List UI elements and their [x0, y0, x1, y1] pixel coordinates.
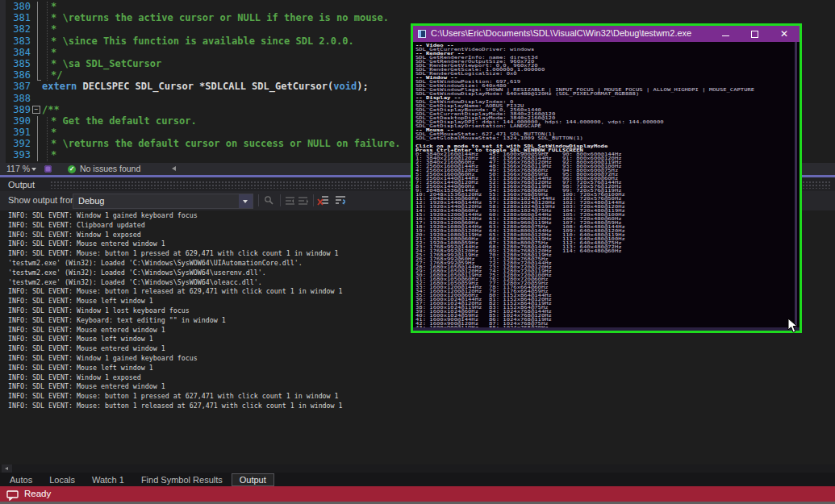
fold-extent-corner: [37, 80, 41, 81]
next-message-button[interactable]: [297, 194, 310, 207]
show-output-from-label: Show output from:: [8, 195, 80, 205]
code-text: *: [42, 47, 56, 58]
code-text: * \sa SDL_SetCursor: [42, 58, 161, 69]
chevron-down-icon: [243, 200, 248, 203]
fold-extent-line: [37, 2, 38, 80]
word-wrap-button[interactable]: [334, 194, 347, 207]
console-title-bar[interactable]: C:\Users\Eric\Documents\SDL\VisualC\Win3…: [413, 26, 800, 42]
code-text: */: [42, 69, 62, 81]
output-horizontal-scrollbar[interactable]: [0, 464, 835, 473]
status-message: Ready: [24, 489, 51, 498]
log-line: INFO: SDL EVENT: Window 1 gained keyboar…: [8, 354, 823, 364]
code-text: *: [42, 149, 56, 160]
fold-column: [31, 81, 42, 92]
fold-column: [31, 93, 42, 104]
panel-title: Output: [8, 178, 35, 191]
log-line: INFO: SDL EVENT: Mouse: button 1 release…: [8, 402, 823, 411]
line-number: 384: [0, 47, 31, 58]
log-line: INFO: SDL EVENT: Mouse left window 1: [8, 335, 823, 344]
code-text: *: [42, 1, 56, 12]
line-number: 390: [0, 115, 31, 127]
console-window[interactable]: C:\Users\Eric\Documents\SDL\VisualC\Win3…: [411, 23, 802, 333]
code-text: * \returns the active cursor or NULL if …: [42, 12, 389, 23]
line-number: 389: [0, 104, 31, 115]
console-vertical-scrollbar[interactable]: [795, 42, 797, 327]
console-text: -- Video --SDL_GetCurrentVideoDriver: wi…: [415, 44, 800, 331]
fold-collapse-icon[interactable]: −: [32, 106, 40, 114]
code-line: 381* \returns the active cursor or NULL …: [0, 12, 835, 23]
scroll-left-button[interactable]: [2, 464, 12, 473]
fold-column: [31, 58, 42, 69]
line-number: 385: [0, 58, 31, 69]
visual-studio-window: 380*381* \returns the active cursor or N…: [0, 0, 835, 504]
line-number: 392: [0, 138, 31, 149]
console-content[interactable]: -- Video --SDL_GetCurrentVideoDriver: wi…: [413, 42, 800, 331]
health-status-text[interactable]: No issues found: [80, 163, 140, 175]
output-source-dropdown[interactable]: Debug: [73, 194, 253, 209]
scroll-left-arrow-icon: [5, 467, 8, 470]
fold-column: [31, 35, 42, 47]
log-line: INFO: SDL EVENT: Mouse entered window 1: [8, 382, 823, 392]
indent-guide: [47, 117, 48, 161]
document-health-icon[interactable]: [44, 165, 52, 173]
console-bottom-strip: [413, 327, 800, 331]
line-number: 386: [0, 69, 31, 81]
word-wrap-icon: [334, 194, 347, 207]
tab-output[interactable]: Output: [232, 473, 274, 486]
check-circle-icon: ✓: [68, 165, 76, 173]
line-number: 387: [0, 81, 31, 92]
fold-column: [31, 23, 42, 35]
fold-column: [31, 149, 42, 160]
line-number: 382: [0, 23, 31, 35]
previous-message-button[interactable]: [284, 194, 297, 207]
code-text: * Get the default cursor.: [42, 115, 197, 127]
line-number: 393: [0, 149, 31, 160]
fold-column: [31, 12, 42, 23]
code-text: extern DECLSPEC SDL_Cursor *SDLCALL SDL_…: [42, 81, 369, 92]
line-number: 388: [0, 93, 31, 104]
chevron-down-icon[interactable]: [31, 168, 36, 171]
fold-column: [31, 47, 42, 58]
clear-all-button[interactable]: [317, 194, 330, 207]
next-message-icon: [297, 194, 310, 207]
mouse-cursor: [787, 318, 799, 334]
log-line: INFO: SDL EVENT: Mouse left window 1: [8, 364, 823, 373]
code-text: /**: [42, 104, 60, 115]
find-message-icon: [263, 194, 276, 207]
tab-find-symbol-results[interactable]: Find Symbol Results: [133, 473, 231, 486]
fold-extent-line: [37, 116, 38, 161]
tool-window-tab-bar: Autos Locals Watch 1 Find Symbol Results…: [0, 473, 835, 486]
clear-all-icon: [317, 194, 330, 207]
line-number: 381: [0, 12, 31, 23]
code-line: 380*: [0, 1, 835, 12]
code-text: *: [42, 127, 56, 138]
maximize-button[interactable]: [743, 26, 767, 42]
minimize-button[interactable]: [714, 26, 738, 42]
console-app-icon: [418, 30, 426, 38]
log-line: INFO: SDL EVENT: Mouse entered window 1: [8, 344, 823, 354]
line-number: 391: [0, 127, 31, 138]
status-bar: Ready: [0, 486, 835, 502]
prev-message-icon: [284, 194, 297, 207]
code-text: * \since This function is available sinc…: [42, 35, 354, 47]
output-source-value: Debug: [73, 196, 104, 206]
close-button[interactable]: ✕: [772, 26, 796, 42]
tab-autos[interactable]: Autos: [2, 473, 40, 486]
zoom-level-select[interactable]: 117 %: [6, 163, 30, 175]
line-number: 383: [0, 35, 31, 47]
code-text: *: [42, 23, 56, 35]
tab-locals[interactable]: Locals: [41, 473, 83, 486]
code-text: * \returns the default cursor on success…: [42, 138, 400, 149]
toolbar-separator: [313, 194, 314, 206]
find-message-button[interactable]: [263, 194, 276, 207]
scroll-left-arrow-icon[interactable]: [172, 166, 176, 171]
fold-column: −: [31, 104, 42, 115]
toolbar-separator: [280, 194, 281, 206]
dropdown-caret-button[interactable]: [239, 194, 253, 208]
log-line: INFO: SDL EVENT: Mouse: button 1 pressed…: [8, 392, 823, 402]
fold-column: [31, 138, 42, 149]
toolbar-separator: [258, 194, 259, 206]
tab-watch-1[interactable]: Watch 1: [84, 473, 132, 486]
fold-column: [31, 115, 42, 127]
log-line: INFO: SDL EVENT: Window 1 exposed: [8, 373, 823, 383]
